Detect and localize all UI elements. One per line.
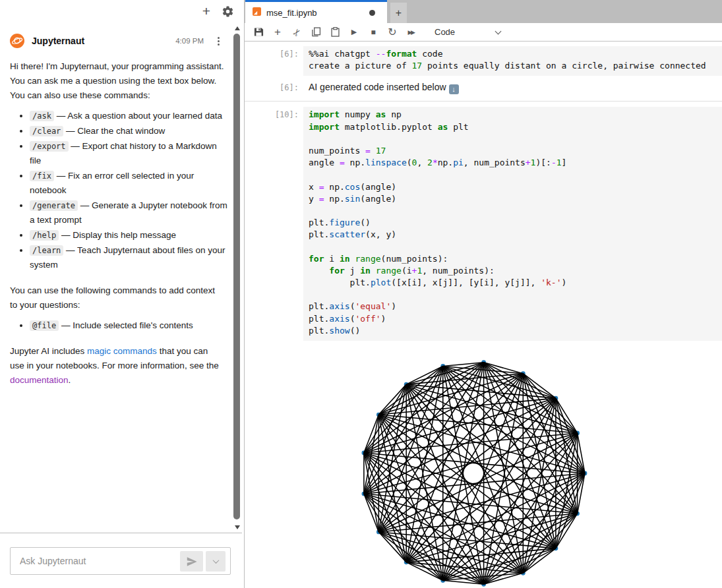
new-launcher-button[interactable]: + <box>390 3 407 23</box>
jupyter-ai-chat-panel: + Jupyternaut 4:09 PM <box>0 0 242 588</box>
code-cell-editor-python[interactable]: import numpy as npimport matplotlib.pypl… <box>303 107 722 341</box>
command-chip: /generate <box>30 200 78 211</box>
scroll-up-icon[interactable] <box>235 26 240 30</box>
copy-cells-icon[interactable] <box>311 26 321 38</box>
save-icon[interactable] <box>253 26 264 38</box>
command-list-item: /learn — Teach Jupyternaut about files o… <box>30 243 227 272</box>
command-chip: /export <box>30 141 69 152</box>
ai-output-text: AI generated code inserted below↓ <box>303 80 722 98</box>
ai-output-label: AI generated code inserted below <box>309 82 446 92</box>
command-list-item: /generate — Generate a Jupyter notebook … <box>30 198 227 227</box>
command-chip: /learn <box>30 245 63 256</box>
footer-text-3: . <box>69 375 71 385</box>
tab-title: mse_fit.ipynb <box>266 8 317 18</box>
cut-cells-icon[interactable]: ✂ <box>289 24 305 40</box>
slash-command-list: /ask — Ask a question about your learned… <box>10 109 227 272</box>
chevron-down-icon <box>212 557 219 564</box>
paper-plane-icon <box>186 556 198 568</box>
matplotlib-k17-graph <box>245 342 722 588</box>
command-chip: /fix <box>30 171 54 181</box>
notebook-content: [6]: %%ai chatgpt --format codecreate a … <box>245 42 722 588</box>
chat-scrollbar <box>233 23 242 533</box>
command-chip: /help <box>30 230 59 241</box>
cell-input-prompt: [6]: <box>245 46 303 76</box>
jupyternaut-avatar <box>10 34 24 48</box>
paste-cells-icon[interactable] <box>330 26 340 38</box>
dock-tab-bar: mse_fit.ipynb + <box>245 0 722 23</box>
command-list-item: /ask — Ask a question about your learned… <box>30 109 227 123</box>
send-options-button[interactable] <box>206 551 226 572</box>
documentation-link[interactable]: documentation <box>10 375 69 385</box>
restart-run-all-icon[interactable]: ▶▶ <box>406 26 417 38</box>
notebook-toolbar: + ✂ ▶ ■ ↻ ▶▶ Code <box>245 23 722 42</box>
command-list-item: /clear — Clear the chat window <box>30 124 227 138</box>
message-intro-text: Hi there! I'm Jupyternaut, your programm… <box>10 59 224 103</box>
context-command-list: @file — Include selected file's contents <box>10 318 227 333</box>
new-chat-icon[interactable]: + <box>199 4 214 18</box>
footer-text-1: Jupyter AI includes <box>10 346 87 356</box>
context-intro-text: You can use the following commands to ad… <box>10 283 224 312</box>
command-chip: /ask <box>30 111 54 121</box>
notebook-file-icon <box>252 7 262 19</box>
cell-output-plot <box>245 342 722 588</box>
chat-topbar: + <box>0 0 242 23</box>
command-list-item: /help — Display this help message <box>30 228 227 243</box>
cell-separator <box>245 101 722 102</box>
tab-modified-indicator[interactable] <box>369 10 375 16</box>
cell-output-text-row: [6]: AI generated code inserted below↓ <box>245 80 722 98</box>
restart-kernel-icon[interactable]: ↻ <box>387 26 398 38</box>
message-header: Jupyternaut 4:09 PM <box>10 34 226 48</box>
command-chip: /clear <box>30 126 63 136</box>
cell-output-prompt: [6]: <box>245 80 303 98</box>
command-chip: @file <box>30 320 59 331</box>
run-cell-icon[interactable]: ▶ <box>349 26 359 38</box>
jupyterlab-window: + Jupyternaut 4:09 PM <box>0 0 722 588</box>
scrollbar-thumb[interactable] <box>233 34 240 519</box>
interrupt-kernel-icon[interactable]: ■ <box>368 26 378 38</box>
send-button[interactable] <box>180 551 203 572</box>
cell-type-select[interactable]: Code <box>435 27 455 37</box>
code-cell-editor-magic[interactable]: %%ai chatgpt --format codecreate a pictu… <box>303 46 722 76</box>
chat-input-area <box>0 533 242 588</box>
message-author: Jupyternaut <box>32 36 84 46</box>
chat-message-list: Jupyternaut 4:09 PM Hi there! I'm Jupyte… <box>0 23 233 533</box>
settings-gear-icon[interactable] <box>220 4 235 18</box>
magic-commands-link[interactable]: magic commands <box>87 346 157 356</box>
notebook-panel: mse_fit.ipynb + + ✂ <box>245 0 722 588</box>
code-cell-python: [10]: import numpy as npimport matplotli… <box>245 107 722 341</box>
down-arrow-emoji: ↓ <box>449 84 459 94</box>
add-cell-icon[interactable]: + <box>272 26 283 38</box>
chat-input-box <box>10 547 231 575</box>
scroll-down-icon[interactable] <box>235 525 240 529</box>
cell-type-chevron-icon[interactable] <box>495 28 502 35</box>
cell-input-prompt: [10]: <box>245 107 303 341</box>
tab-mse-fit-ipynb[interactable]: mse_fit.ipynb <box>245 0 387 23</box>
command-list-item: /export — Export chat history to a Markd… <box>30 139 227 168</box>
message-timestamp: 4:09 PM <box>175 37 204 45</box>
code-cell-magic: [6]: %%ai chatgpt --format codecreate a … <box>245 46 722 76</box>
command-list-item: /fix — Fix an error cell selected in you… <box>30 169 227 198</box>
command-list-item: @file — Include selected file's contents <box>30 318 227 333</box>
message-footer-text: Jupyter AI includes magic commands that … <box>10 344 224 388</box>
message-menu-icon[interactable] <box>213 35 224 47</box>
